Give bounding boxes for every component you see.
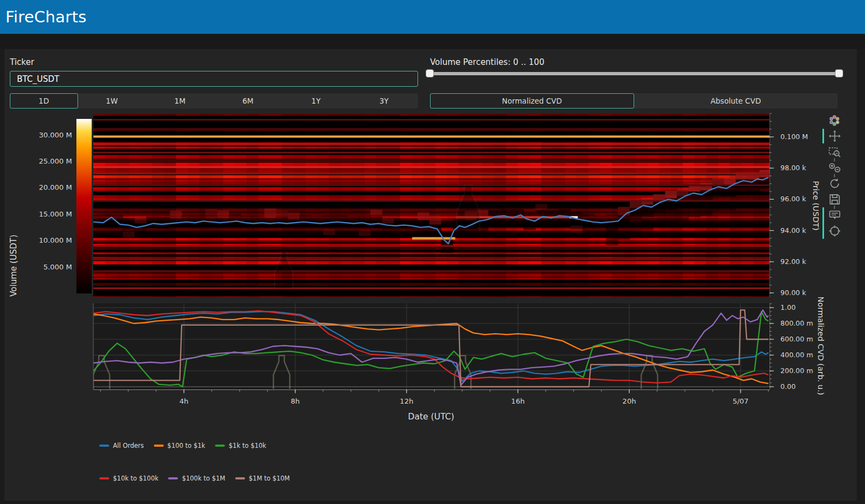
legend-swatch [99,445,109,447]
legend-label: $100k to $1M [182,475,225,482]
svg-text:90.00 k: 90.00 k [780,289,807,297]
svg-text:200.00 m: 200.00 m [780,367,813,375]
legend-row-2: $10k to $100k$100k to $1M$1M to $10M [99,475,290,482]
modebar-active-indicator [822,129,824,143]
pan-icon[interactable] [826,128,843,144]
svg-text:Date (UTC): Date (UTC) [408,412,455,422]
svg-text:0.100 M: 0.100 M [780,133,808,141]
legend-row-1: All Orders$100 to $1k$1k to $10k [99,442,266,449]
legend-swatch [154,445,164,447]
svg-text:400.00 m: 400.00 m [780,351,813,359]
legend-label: All Orders [113,442,144,449]
svg-text:0.00: 0.00 [780,382,796,391]
hover-tooltip-icon[interactable] [826,207,843,223]
range-button-3y[interactable]: 3Y [350,93,418,109]
svg-text:12h: 12h [400,397,414,405]
range-button-1y[interactable]: 1Y [282,93,350,109]
svg-text:800.00 m: 800.00 m [780,319,813,327]
legend-swatch [168,477,178,479]
legend-label: $10k to $100k [113,475,158,482]
ticker-label: Ticker [10,57,34,67]
svg-text:94.00 k: 94.00 k [780,226,807,235]
legend-item--100k-to-1m[interactable]: $100k to $1M [168,475,225,482]
zoom-in-out-icon[interactable] [826,160,843,176]
legend-item--1m-to-10m[interactable]: $1M to $10M [235,475,290,482]
cvd-button-normalized-cvd[interactable]: Normalized CVD [430,93,634,109]
svg-text:5.000 M: 5.000 M [43,263,72,271]
app-title: FireCharts [0,0,865,26]
box-zoom-icon[interactable] [826,144,843,160]
cvd-button-group: Normalized CVDAbsolute CVD [430,93,838,109]
legend-swatch [235,477,245,479]
volume-percentiles-label: Volume Percentiles: 0 .. 100 [430,57,544,67]
autoscale-icon[interactable] [826,176,843,191]
legend-label: $1M to $10M [249,475,290,482]
slider-handle-low[interactable] [426,69,434,77]
legend-label: $1k to $10k [229,442,266,449]
svg-text:92.00 k: 92.00 k [780,257,807,266]
legend-item--1k-to-10k[interactable]: $1k to $10k [215,442,266,449]
svg-text:Price (USDT): Price (USDT) [812,181,820,230]
header-subbar [0,34,865,49]
modebar-group-indicator [822,207,824,239]
range-button-1m[interactable]: 1M [146,93,214,109]
volume-percentile-slider[interactable] [426,69,843,79]
legend-item--10k-to-100k[interactable]: $10k to $100k [99,475,158,482]
firecharts-app: FireCharts Ticker 1D1W1M6M1Y3Y Volume Pe… [0,0,865,504]
svg-text:25.000 M: 25.000 M [39,157,72,165]
svg-text:16h: 16h [511,397,525,405]
svg-text:600.00 m: 600.00 m [780,335,813,343]
svg-text:5/07: 5/07 [732,397,748,405]
range-button-6m[interactable]: 6M [214,93,282,109]
range-button-1d[interactable]: 1D [10,93,78,109]
svg-text:10.000 M: 10.000 M [39,236,72,244]
svg-text:96.00 k: 96.00 k [780,195,807,203]
legend-label: $100 to $1k [168,442,205,449]
svg-text:Volume (USDT): Volume (USDT) [9,235,19,296]
charts-area[interactable]: 30.000 M25.000 M20.000 M15.000 M10.000 M… [0,111,865,438]
svg-text:Normalized CVD (arb. u.): Normalized CVD (arb. u.) [816,296,825,395]
svg-text:1.00: 1.00 [780,303,796,311]
svg-text:20.000 M: 20.000 M [39,183,72,191]
save-icon[interactable] [826,191,843,207]
slider-handle-high[interactable] [835,69,843,77]
spikelines-icon[interactable] [826,223,843,239]
legend-item--100-to-1k[interactable]: $100 to $1k [154,442,205,449]
ticker-input[interactable] [10,71,418,87]
legend-item-all-orders[interactable]: All Orders [99,442,144,449]
charts-canvas[interactable]: 30.000 M25.000 M20.000 M15.000 M10.000 M… [0,111,865,438]
plotly-logo-icon[interactable] [826,112,843,128]
plotly-modebar [826,112,845,239]
svg-text:15.000 M: 15.000 M [39,210,72,218]
slider-track[interactable] [429,72,839,75]
svg-text:20h: 20h [623,397,636,405]
range-button-group: 1D1W1M6M1Y3Y [10,93,418,109]
svg-text:8h: 8h [291,397,300,405]
svg-text:4h: 4h [180,397,189,405]
range-button-1w[interactable]: 1W [78,93,146,109]
legend-swatch [99,477,109,479]
svg-text:98.00 k: 98.00 k [780,164,807,172]
svg-text:30.000 M: 30.000 M [39,131,72,139]
legend-swatch [215,445,225,447]
cvd-button-absolute-cvd[interactable]: Absolute CVD [634,93,838,109]
app-header: FireCharts [0,0,865,34]
